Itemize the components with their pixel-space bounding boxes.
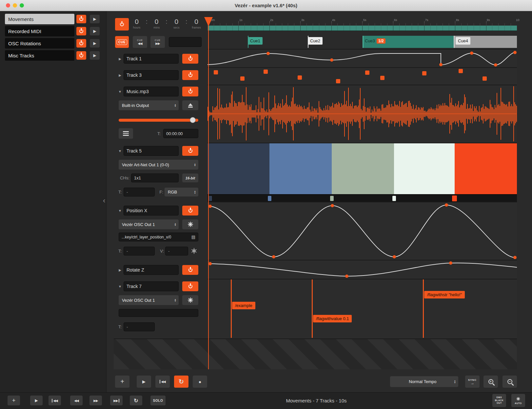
skip-to-end-button[interactable]: ▶▶ <box>110 396 123 405</box>
gear-icon[interactable] <box>191 248 197 254</box>
skip-to-start-button[interactable]: ◀◀ <box>49 396 61 405</box>
positionx-time-field[interactable]: - <box>124 247 155 256</box>
color-block[interactable] <box>332 143 394 194</box>
track7-disclosure[interactable]: ▼ <box>117 281 123 291</box>
track1-name[interactable]: Track 1 <box>124 54 179 64</box>
composition-play-button[interactable]: ▶ <box>90 39 100 48</box>
positionx-output-select[interactable]: Vezér OSC Out 1 ▲▼ <box>119 219 179 229</box>
tempo-select[interactable]: Normal Tempo ▲▼ <box>390 376 458 387</box>
record-button[interactable]: ● <box>193 376 207 388</box>
add-track-button[interactable]: + <box>115 376 129 388</box>
music-time-field[interactable]: 00:00:00 <box>163 129 198 138</box>
global-play-button[interactable]: ▶ <box>30 396 43 405</box>
previous-cue-button[interactable]: CUE ◀◀ <box>133 36 147 48</box>
track3-lane[interactable] <box>207 67 517 85</box>
eject-button[interactable] <box>182 100 198 110</box>
positionx-power-button[interactable] <box>182 206 198 215</box>
address-list-icon[interactable]: ▤ <box>191 235 195 239</box>
composition-power-button[interactable] <box>76 27 86 35</box>
composition-recorded-midi[interactable]: Recorded MIDI <box>5 26 74 36</box>
track5-disclosure[interactable]: ▼ <box>117 146 123 156</box>
composition-play-button[interactable]: ▶ <box>90 51 100 60</box>
color-block[interactable] <box>269 143 332 194</box>
flag-marker[interactable] <box>312 279 313 338</box>
color-block[interactable] <box>455 143 517 194</box>
track1-lane[interactable] <box>207 49 517 67</box>
playhead[interactable] <box>208 17 209 369</box>
flash-button[interactable] <box>182 295 198 305</box>
rewind-button[interactable]: ◀◀ <box>70 396 83 405</box>
color-keyframe-handle[interactable] <box>392 195 396 201</box>
midi-event[interactable] <box>483 76 487 81</box>
music-disclosure[interactable]: ▼ <box>117 87 123 96</box>
positionx-lane[interactable] <box>207 202 517 260</box>
track7-address-field[interactable] <box>119 309 198 317</box>
value-field[interactable]: - <box>165 247 188 256</box>
rotatez-power-button[interactable] <box>182 265 198 275</box>
flag-label[interactable]: /flagwithstr "hello!" <box>424 291 465 298</box>
play-button[interactable]: ▶ <box>137 376 151 388</box>
composition-power-button[interactable] <box>76 51 86 60</box>
master-power-button[interactable] <box>115 18 129 31</box>
bit-depth-button[interactable]: 16-bit <box>182 174 198 182</box>
midi-event[interactable] <box>264 70 268 74</box>
music-menu-button[interactable] <box>119 128 133 139</box>
track7-name[interactable]: Track 7 <box>124 281 179 291</box>
format-select[interactable]: RGB ▲▼ <box>165 188 198 196</box>
midi-event[interactable] <box>298 75 302 80</box>
color-keyframe-handle[interactable] <box>452 195 457 202</box>
midi-event[interactable] <box>422 71 426 75</box>
music-track-name[interactable]: Music.mp3 <box>124 87 179 96</box>
midi-event[interactable] <box>336 79 340 83</box>
flag-label[interactable]: /flagwithvalue 0.1 <box>313 315 352 322</box>
composition-osc-rotations[interactable]: OSC Rotations <box>5 38 74 49</box>
cue-button[interactable]: CUE <box>115 36 129 48</box>
auto-button[interactable]: AUTO <box>511 394 525 407</box>
composition-misc-tracks[interactable]: Misc Tracks <box>5 50 74 61</box>
cue-marker-4[interactable]: Cue4 <box>456 37 470 45</box>
playhead-handle[interactable] <box>204 17 213 26</box>
volume-slider[interactable] <box>119 117 198 123</box>
color-block[interactable] <box>394 143 455 194</box>
composition-play-button[interactable]: ▶ <box>90 15 100 23</box>
track7-power-button[interactable] <box>182 281 198 291</box>
track7-lane[interactable]: /example /flagwithvalue 0.1 /flagwithstr… <box>207 279 517 338</box>
rotatez-disclosure[interactable]: ▶ <box>117 265 123 275</box>
flag-marker[interactable] <box>231 279 232 338</box>
track3-power-button[interactable] <box>182 70 198 80</box>
slider-knob[interactable] <box>190 117 196 123</box>
midi-event[interactable] <box>365 71 369 75</box>
rotatez-name[interactable]: Rotate Z <box>124 265 179 275</box>
color-block[interactable] <box>207 143 269 194</box>
dmx-blackout-button[interactable]: DMX BLACK OUT <box>492 394 506 407</box>
cue-marker-3[interactable]: Cue3 1/2 <box>364 37 388 45</box>
composition-power-button[interactable] <box>76 39 86 48</box>
midi-event[interactable] <box>240 76 245 81</box>
next-cue-button[interactable]: CUE ▶▶ <box>150 36 165 48</box>
composition-play-button[interactable]: ▶ <box>90 27 100 35</box>
track1-power-button[interactable] <box>182 54 198 64</box>
flag-label[interactable]: /example <box>232 302 255 309</box>
fast-forward-button[interactable]: ▶▶ <box>89 396 102 405</box>
add-composition-button[interactable]: + <box>8 396 20 405</box>
track3-name[interactable]: Track 3 <box>124 70 179 80</box>
track5-lane[interactable] <box>207 143 517 194</box>
cue-marker-2[interactable]: Cue2 <box>308 37 323 45</box>
track5-output-select[interactable]: Vezér Art-Net Out 1 (0-0) ▲▼ <box>119 160 198 170</box>
osc-address-field[interactable]: ...key/ctrl_layer_position_x/0 ▤ <box>119 233 198 241</box>
collapse-sidebar-button[interactable]: ‹ <box>103 197 105 204</box>
music-power-button[interactable] <box>182 87 198 96</box>
global-loop-button[interactable]: ↻ <box>130 396 142 405</box>
sync-button[interactable]: SYNC → <box>465 376 480 388</box>
track5-name[interactable]: Track 5 <box>124 146 179 156</box>
positionx-name[interactable]: Position X <box>124 206 179 215</box>
positionx-disclosure[interactable]: ▼ <box>117 206 123 215</box>
loop-button[interactable]: ↻ <box>174 376 188 388</box>
track5-time-field[interactable]: - <box>124 188 155 196</box>
composition-power-button[interactable] <box>76 15 86 23</box>
composition-movements[interactable]: Movements <box>5 14 74 24</box>
track1-disclosure[interactable]: ▶ <box>117 54 123 64</box>
channels-field[interactable]: 1x1 <box>131 174 179 182</box>
timeline-overview-strip[interactable] <box>207 26 517 31</box>
track3-disclosure[interactable]: ▶ <box>117 70 123 80</box>
